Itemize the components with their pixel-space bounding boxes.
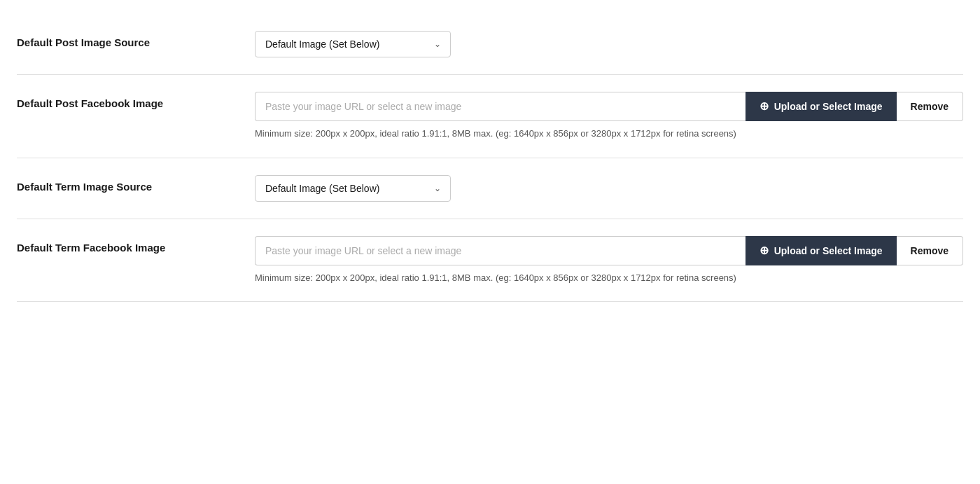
plus-circle-icon: ⊕ <box>760 101 769 112</box>
post-facebook-remove-button[interactable]: Remove <box>897 92 963 121</box>
default-post-image-source-row: Default Post Image Source Default Image … <box>17 14 963 75</box>
default-post-image-source-label: Default Post Image Source <box>17 31 255 48</box>
default-term-facebook-image-label: Default Term Facebook Image <box>17 236 255 254</box>
default-term-image-source-content: Default Image (Set Below) Featured Image… <box>255 175 963 202</box>
term-facebook-image-input-group: ⊕ Upload or Select Image Remove <box>255 236 963 265</box>
default-term-image-source-row: Default Term Image Source Default Image … <box>17 158 963 219</box>
default-post-image-source-select[interactable]: Default Image (Set Below) Featured Image… <box>255 31 451 57</box>
default-term-image-source-label: Default Term Image Source <box>17 175 255 193</box>
settings-container: Default Post Image Source Default Image … <box>0 0 980 316</box>
default-term-image-source-select[interactable]: Default Image (Set Below) Featured Image… <box>255 175 451 202</box>
term-facebook-image-url-input[interactable] <box>255 236 746 265</box>
default-post-facebook-image-row: Default Post Facebook Image ⊕ Upload or … <box>17 75 963 158</box>
term-facebook-remove-button-label: Remove <box>911 245 948 256</box>
default-post-facebook-image-label: Default Post Facebook Image <box>17 92 255 109</box>
term-facebook-remove-button[interactable]: Remove <box>897 236 963 265</box>
term-facebook-upload-button[interactable]: ⊕ Upload or Select Image <box>746 236 897 265</box>
default-post-image-source-content: Default Image (Set Below) Featured Image… <box>255 31 963 57</box>
post-facebook-image-hint: Minimum size: 200px x 200px, ideal ratio… <box>255 127 927 141</box>
default-term-facebook-image-content: ⊕ Upload or Select Image Remove Minimum … <box>255 236 963 285</box>
default-term-image-source-dropdown-wrapper: Default Image (Set Below) Featured Image… <box>255 175 451 202</box>
term-facebook-upload-button-label: Upload or Select Image <box>774 245 883 256</box>
post-facebook-upload-button-label: Upload or Select Image <box>774 101 883 112</box>
term-facebook-image-hint: Minimum size: 200px x 200px, ideal ratio… <box>255 271 927 285</box>
post-facebook-image-url-input[interactable] <box>255 92 746 121</box>
post-facebook-upload-button[interactable]: ⊕ Upload or Select Image <box>746 92 897 121</box>
plus-circle-icon: ⊕ <box>760 245 769 256</box>
default-post-image-source-dropdown-wrapper: Default Image (Set Below) Featured Image… <box>255 31 451 57</box>
post-facebook-image-input-group: ⊕ Upload or Select Image Remove <box>255 92 963 121</box>
post-facebook-remove-button-label: Remove <box>911 101 948 112</box>
default-post-facebook-image-content: ⊕ Upload or Select Image Remove Minimum … <box>255 92 963 141</box>
default-term-facebook-image-row: Default Term Facebook Image ⊕ Upload or … <box>17 219 963 303</box>
